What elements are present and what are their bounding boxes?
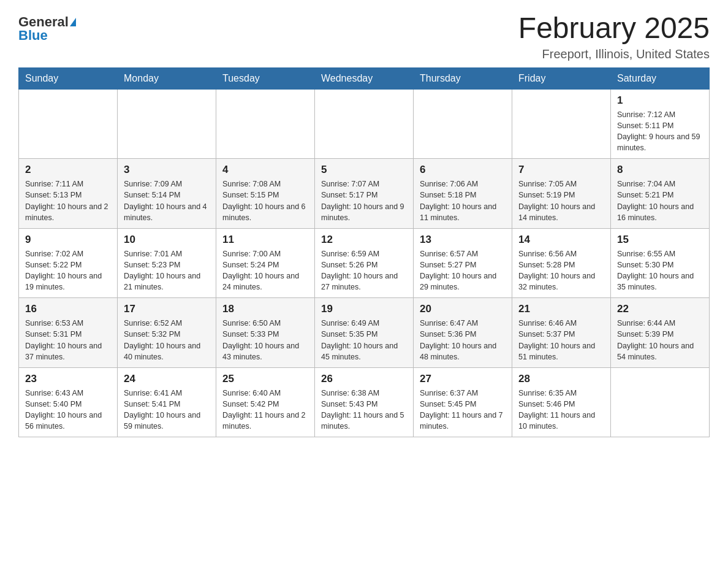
- day-info: Sunrise: 6:46 AMSunset: 5:37 PMDaylight:…: [518, 318, 604, 362]
- day-number: 2: [25, 164, 111, 176]
- day-info: Sunrise: 6:50 AMSunset: 5:33 PMDaylight:…: [222, 318, 308, 362]
- calendar-cell: 15Sunrise: 6:55 AMSunset: 5:30 PMDayligh…: [611, 228, 710, 298]
- day-of-week-header: Wednesday: [315, 67, 414, 89]
- day-info: Sunrise: 7:09 AMSunset: 5:14 PMDaylight:…: [124, 178, 210, 223]
- day-number: 14: [518, 234, 604, 246]
- calendar-cell: 4Sunrise: 7:08 AMSunset: 5:15 PMDaylight…: [216, 159, 315, 229]
- day-info: Sunrise: 7:11 AMSunset: 5:13 PMDaylight:…: [25, 178, 111, 223]
- calendar-cell: 1Sunrise: 7:12 AMSunset: 5:11 PMDaylight…: [611, 89, 710, 159]
- day-number: 24: [124, 373, 210, 385]
- day-info: Sunrise: 6:49 AMSunset: 5:35 PMDaylight:…: [321, 318, 407, 362]
- day-number: 6: [420, 164, 506, 176]
- day-info: Sunrise: 7:05 AMSunset: 5:19 PMDaylight:…: [518, 178, 604, 223]
- location-title: Freeport, Illinois, United States: [518, 47, 710, 61]
- day-info: Sunrise: 6:57 AMSunset: 5:27 PMDaylight:…: [420, 248, 506, 293]
- calendar-table: SundayMondayTuesdayWednesdayThursdayFrid…: [18, 67, 710, 438]
- calendar-cell: [414, 89, 512, 159]
- day-info: Sunrise: 6:59 AMSunset: 5:26 PMDaylight:…: [321, 248, 407, 293]
- day-info: Sunrise: 6:41 AMSunset: 5:41 PMDaylight:…: [124, 388, 210, 432]
- day-info: Sunrise: 6:55 AMSunset: 5:30 PMDaylight:…: [617, 248, 703, 293]
- month-title: February 2025: [518, 12, 710, 45]
- calendar-week-row: 9Sunrise: 7:02 AMSunset: 5:22 PMDaylight…: [19, 228, 710, 298]
- calendar-header-row: SundayMondayTuesdayWednesdayThursdayFrid…: [19, 67, 710, 89]
- title-section: February 2025 Freeport, Illinois, United…: [518, 12, 710, 61]
- day-number: 17: [124, 303, 210, 315]
- calendar-cell: 18Sunrise: 6:50 AMSunset: 5:33 PMDayligh…: [216, 298, 315, 368]
- calendar-cell: 13Sunrise: 6:57 AMSunset: 5:27 PMDayligh…: [414, 228, 512, 298]
- day-number: 21: [518, 303, 604, 315]
- logo: General Blue: [18, 12, 76, 42]
- calendar-cell: 19Sunrise: 6:49 AMSunset: 5:35 PMDayligh…: [315, 298, 414, 368]
- day-of-week-header: Saturday: [611, 67, 710, 89]
- day-info: Sunrise: 7:08 AMSunset: 5:15 PMDaylight:…: [222, 178, 308, 223]
- day-info: Sunrise: 6:40 AMSunset: 5:42 PMDaylight:…: [222, 388, 308, 432]
- day-number: 1: [617, 94, 703, 107]
- calendar-cell: 8Sunrise: 7:04 AMSunset: 5:21 PMDaylight…: [611, 159, 710, 229]
- logo-blue-text: Blue: [18, 29, 48, 42]
- day-number: 15: [617, 234, 703, 246]
- day-number: 27: [420, 373, 506, 385]
- calendar-cell: [512, 89, 611, 159]
- day-number: 9: [25, 234, 111, 246]
- calendar-cell: 10Sunrise: 7:01 AMSunset: 5:23 PMDayligh…: [118, 228, 216, 298]
- day-number: 8: [617, 164, 703, 176]
- calendar-cell: [611, 367, 710, 437]
- day-info: Sunrise: 6:43 AMSunset: 5:40 PMDaylight:…: [25, 388, 111, 432]
- day-number: 13: [420, 234, 506, 246]
- day-number: 10: [124, 234, 210, 246]
- calendar-cell: 27Sunrise: 6:37 AMSunset: 5:45 PMDayligh…: [414, 367, 512, 437]
- day-info: Sunrise: 6:56 AMSunset: 5:28 PMDaylight:…: [518, 248, 604, 293]
- calendar-cell: 20Sunrise: 6:47 AMSunset: 5:36 PMDayligh…: [414, 298, 512, 368]
- calendar-cell: 21Sunrise: 6:46 AMSunset: 5:37 PMDayligh…: [512, 298, 611, 368]
- calendar-week-row: 1Sunrise: 7:12 AMSunset: 5:11 PMDaylight…: [19, 89, 710, 159]
- calendar-cell: 12Sunrise: 6:59 AMSunset: 5:26 PMDayligh…: [315, 228, 414, 298]
- day-number: 23: [25, 373, 111, 385]
- calendar-week-row: 16Sunrise: 6:53 AMSunset: 5:31 PMDayligh…: [19, 298, 710, 368]
- day-of-week-header: Tuesday: [216, 67, 315, 89]
- day-number: 12: [321, 234, 407, 246]
- calendar-cell: 5Sunrise: 7:07 AMSunset: 5:17 PMDaylight…: [315, 159, 414, 229]
- calendar-cell: [315, 89, 414, 159]
- calendar-cell: 9Sunrise: 7:02 AMSunset: 5:22 PMDaylight…: [19, 228, 118, 298]
- day-info: Sunrise: 7:06 AMSunset: 5:18 PMDaylight:…: [420, 178, 506, 223]
- calendar-week-row: 2Sunrise: 7:11 AMSunset: 5:13 PMDaylight…: [19, 159, 710, 229]
- day-of-week-header: Sunday: [19, 67, 118, 89]
- day-of-week-header: Friday: [512, 67, 611, 89]
- logo-general-text: General: [18, 15, 69, 29]
- calendar-cell: 25Sunrise: 6:40 AMSunset: 5:42 PMDayligh…: [216, 367, 315, 437]
- day-number: 18: [222, 303, 308, 315]
- calendar-cell: 16Sunrise: 6:53 AMSunset: 5:31 PMDayligh…: [19, 298, 118, 368]
- calendar-cell: 6Sunrise: 7:06 AMSunset: 5:18 PMDaylight…: [414, 159, 512, 229]
- day-info: Sunrise: 7:01 AMSunset: 5:23 PMDaylight:…: [124, 248, 210, 293]
- day-info: Sunrise: 7:07 AMSunset: 5:17 PMDaylight:…: [321, 178, 407, 223]
- day-number: 7: [518, 164, 604, 176]
- day-number: 26: [321, 373, 407, 385]
- day-info: Sunrise: 7:04 AMSunset: 5:21 PMDaylight:…: [617, 178, 703, 223]
- calendar-cell: 14Sunrise: 6:56 AMSunset: 5:28 PMDayligh…: [512, 228, 611, 298]
- calendar-cell: 7Sunrise: 7:05 AMSunset: 5:19 PMDaylight…: [512, 159, 611, 229]
- day-info: Sunrise: 6:52 AMSunset: 5:32 PMDaylight:…: [124, 318, 210, 362]
- day-info: Sunrise: 6:53 AMSunset: 5:31 PMDaylight:…: [25, 318, 111, 362]
- day-number: 4: [222, 164, 308, 176]
- day-number: 5: [321, 164, 407, 176]
- calendar-week-row: 23Sunrise: 6:43 AMSunset: 5:40 PMDayligh…: [19, 367, 710, 437]
- calendar-cell: [19, 89, 118, 159]
- day-info: Sunrise: 6:38 AMSunset: 5:43 PMDaylight:…: [321, 388, 407, 432]
- day-number: 22: [617, 303, 703, 315]
- day-number: 16: [25, 303, 111, 315]
- day-info: Sunrise: 7:12 AMSunset: 5:11 PMDaylight:…: [617, 109, 703, 154]
- logo-arrow-icon: [70, 18, 76, 26]
- day-info: Sunrise: 6:35 AMSunset: 5:46 PMDaylight:…: [518, 388, 604, 432]
- calendar-cell: 22Sunrise: 6:44 AMSunset: 5:39 PMDayligh…: [611, 298, 710, 368]
- day-info: Sunrise: 7:00 AMSunset: 5:24 PMDaylight:…: [222, 248, 308, 293]
- day-info: Sunrise: 6:37 AMSunset: 5:45 PMDaylight:…: [420, 388, 506, 432]
- day-number: 19: [321, 303, 407, 315]
- calendar-cell: 26Sunrise: 6:38 AMSunset: 5:43 PMDayligh…: [315, 367, 414, 437]
- day-of-week-header: Monday: [118, 67, 216, 89]
- day-number: 3: [124, 164, 210, 176]
- calendar-cell: 2Sunrise: 7:11 AMSunset: 5:13 PMDaylight…: [19, 159, 118, 229]
- calendar-cell: [216, 89, 315, 159]
- day-number: 25: [222, 373, 308, 385]
- calendar-cell: 17Sunrise: 6:52 AMSunset: 5:32 PMDayligh…: [118, 298, 216, 368]
- calendar-cell: 28Sunrise: 6:35 AMSunset: 5:46 PMDayligh…: [512, 367, 611, 437]
